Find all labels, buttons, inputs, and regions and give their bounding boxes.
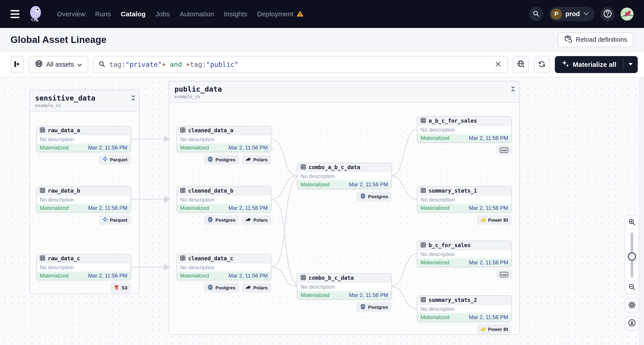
asset-card[interactable]: combo_b_c_data No description Materializ… (297, 273, 392, 300)
asset-card[interactable]: cleaned_data_c No description Materializ… (176, 254, 271, 280)
materialize-options-button[interactable] (624, 56, 638, 73)
postgres-icon (207, 156, 213, 163)
table-icon (420, 297, 426, 303)
filter-query-text[interactable]: tag:"private"+ and +tag:"public" (109, 60, 490, 68)
nav-jobs[interactable]: Jobs (156, 10, 170, 18)
vertical-scrollbar[interactable] (640, 78, 644, 345)
globe-add-icon (517, 60, 525, 69)
asset-card[interactable]: cleaned_data_a No description Materializ… (176, 126, 271, 152)
kind-tag-label: Postgres (216, 218, 236, 223)
materialization-date[interactable]: Mar 2, 11:56 PM (469, 205, 508, 211)
table-icon (40, 127, 45, 134)
dagster-logo-icon[interactable] (28, 5, 44, 23)
materialization-date[interactable]: Mar 2, 11:56 PM (88, 205, 127, 211)
kind-tag-label: S3 (122, 285, 127, 290)
materialize-split-button: Materialize all (555, 56, 638, 73)
clear-filter-button[interactable] (494, 60, 502, 69)
kind-tag-postgres[interactable]: Postgres (356, 302, 392, 312)
kind-tag-s3[interactable]: S3 (110, 283, 131, 293)
refresh-button[interactable] (534, 56, 550, 73)
open-side-panel-button[interactable] (10, 56, 24, 73)
asset-card[interactable]: combo_a_b_c_data No description Material… (297, 163, 392, 189)
asset-card[interactable]: summary_stats_2 No description Materiali… (417, 296, 512, 322)
table-icon (300, 275, 306, 281)
materialize-all-button[interactable]: Materialize all (555, 56, 623, 73)
asset-card[interactable]: raw_data_c No description MaterializedMa… (36, 254, 131, 280)
asset-node-summary-stats-1: summary_stats_1 No description Materiali… (417, 186, 512, 225)
kind-tag-powerbi[interactable]: Power BI (477, 215, 512, 225)
kind-tag-parquet[interactable]: Parquet (99, 155, 131, 165)
table-icon (180, 256, 186, 262)
kind-tag-powerbi[interactable]: Power BI (477, 324, 512, 334)
asset-name: summary_stats_2 (428, 297, 477, 303)
asset-description: No description (177, 135, 271, 144)
asset-card[interactable]: cleaned_data_b No description Materializ… (176, 186, 271, 212)
asset-description: No description (418, 126, 511, 134)
menu-button[interactable] (10, 9, 21, 19)
materialization-date[interactable]: Mar 2, 11:56 PM (349, 292, 388, 298)
kind-tag-csv[interactable]: csv (496, 270, 512, 280)
help-button[interactable] (600, 7, 615, 21)
kind-tag-polars[interactable]: Polars (242, 155, 271, 165)
kind-tag-polars[interactable]: Polars (242, 215, 271, 225)
kind-tag-postgres[interactable]: Postgres (204, 215, 239, 225)
kind-tag-csv[interactable]: csv (496, 145, 512, 155)
kind-tag-postgres[interactable]: Postgres (204, 283, 239, 293)
materialization-date[interactable]: Mar 2, 11:56 PM (228, 205, 268, 211)
nav-automation[interactable]: Automation (180, 10, 214, 18)
status-label: Materialized (180, 272, 209, 279)
asset-name: raw_data_b (48, 188, 80, 194)
zoom-slider-thumb[interactable] (628, 252, 636, 261)
asset-card[interactable]: b_c_for_sales No description Materialize… (417, 241, 512, 267)
reload-definitions-button[interactable]: Reload definitions (558, 32, 634, 47)
zoom-in-icon (628, 218, 636, 226)
download-image-button[interactable] (625, 316, 639, 330)
zoom-in-button[interactable] (625, 216, 639, 229)
materialization-date[interactable]: Mar 2, 11:56 PM (469, 260, 508, 266)
download-icon (628, 319, 636, 328)
materialization-date[interactable]: Mar 2, 11:56 PM (469, 135, 508, 141)
materialization-date[interactable]: Mar 2, 11:56 PM (469, 314, 508, 320)
table-icon (420, 242, 426, 248)
materialization-date[interactable]: Mar 2, 11:56 PM (88, 144, 127, 151)
search-button[interactable] (529, 7, 543, 21)
kind-tag-label: Postgres (368, 194, 388, 199)
asset-description: No description (37, 135, 130, 144)
nav-runs[interactable]: Runs (95, 10, 111, 18)
user-avatar[interactable] (620, 8, 634, 20)
status-label: Materialized (420, 260, 449, 266)
zoom-slider[interactable] (625, 229, 639, 281)
asset-card[interactable]: raw_data_a No description MaterializedMa… (36, 126, 131, 152)
postgres-icon (360, 193, 366, 200)
view-scope-button[interactable] (513, 56, 529, 73)
status-label: Materialized (420, 314, 449, 320)
asset-name: cleaned_data_c (188, 256, 233, 262)
nav-catalog[interactable]: Catalog (121, 10, 146, 18)
warning-icon (296, 10, 304, 18)
close-icon (495, 61, 501, 68)
materialization-date[interactable]: Mar 2, 11:56 PM (228, 272, 268, 279)
asset-card[interactable]: raw_data_b No description MaterializedMa… (36, 186, 131, 212)
table-icon (180, 188, 186, 194)
nav-overview[interactable]: Overview (57, 10, 85, 18)
asset-node-raw-data-c: raw_data_c No description MaterializedMa… (36, 254, 131, 293)
asset-filter-input[interactable]: tag:"private"+ and +tag:"public" (93, 56, 508, 73)
environment-switcher[interactable]: P prod (549, 7, 594, 21)
zoom-out-button[interactable] (625, 281, 639, 294)
materialization-date[interactable]: Mar 2, 11:56 PM (349, 182, 388, 188)
asset-card[interactable]: summary_stats_1 No description Materiali… (417, 186, 512, 212)
asset-card[interactable]: a_b_c_for_sales No description Materiali… (417, 116, 512, 142)
graph-settings-button[interactable] (625, 298, 639, 312)
materialization-date[interactable]: Mar 2, 11:56 PM (88, 272, 127, 279)
asset-description: No description (298, 283, 391, 291)
lineage-canvas[interactable]: sensitive_data example_co public_data ex… (0, 77, 644, 345)
kind-tag-polars[interactable]: Polars (242, 283, 271, 293)
materialization-date[interactable]: Mar 2, 11:56 PM (228, 144, 268, 151)
parquet-icon (102, 217, 108, 224)
nav-deployment[interactable]: Deployment (257, 10, 294, 18)
nav-insights[interactable]: Insights (224, 10, 247, 18)
kind-tag-postgres[interactable]: Postgres (204, 155, 239, 165)
kind-tag-postgres[interactable]: Postgres (356, 192, 392, 202)
kind-tag-parquet[interactable]: Parquet (99, 215, 131, 225)
asset-scope-dropdown[interactable]: All assets (29, 56, 88, 73)
